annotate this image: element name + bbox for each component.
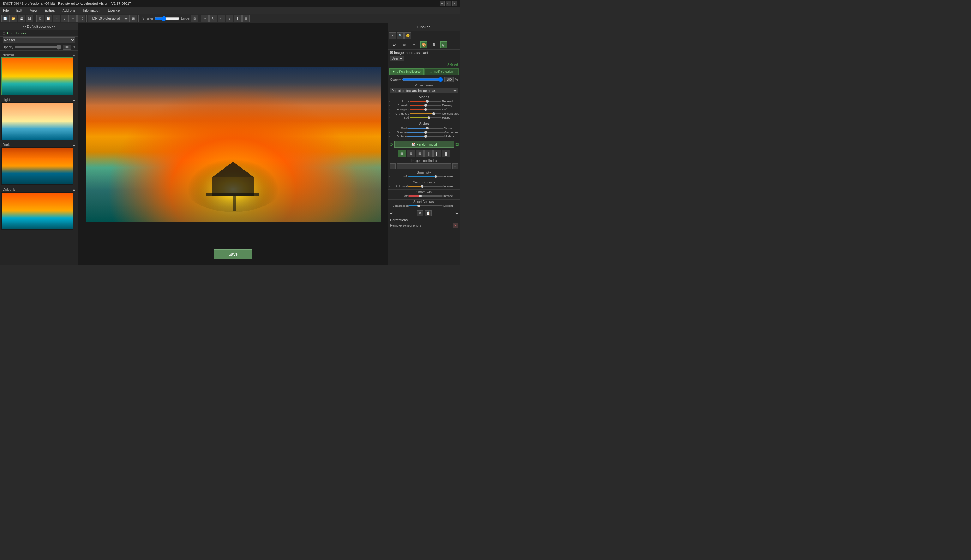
reset-button[interactable]: ↺ Reset bbox=[447, 63, 458, 66]
flip-v-button[interactable]: ↕ bbox=[226, 15, 234, 22]
mood-slider-ambiguous[interactable] bbox=[410, 112, 441, 115]
flip-h-button[interactable]: ↔ bbox=[218, 15, 225, 22]
smart-skin-thumb[interactable] bbox=[419, 195, 422, 197]
smart-sky-slider[interactable] bbox=[408, 175, 443, 178]
preset-dropdown[interactable]: HDR 10 professional bbox=[88, 15, 129, 22]
fullscreen-button[interactable]: ⛶ bbox=[77, 15, 85, 22]
menu-view[interactable]: View bbox=[28, 8, 40, 13]
mood-thumb-sad[interactable] bbox=[427, 117, 430, 119]
save-button[interactable]: Save bbox=[214, 249, 252, 259]
mood-slider-sad[interactable] bbox=[410, 117, 441, 119]
mood-thumb-ambiguous[interactable] bbox=[432, 112, 435, 115]
menu-licence[interactable]: Licence bbox=[106, 8, 122, 13]
style-arrow-vintage[interactable]: ‹ bbox=[389, 135, 392, 138]
nav-icon-2[interactable]: 📋 bbox=[425, 210, 432, 216]
nav-prev-prev-button[interactable]: « bbox=[390, 210, 392, 216]
minimize-button[interactable]: ─ bbox=[440, 1, 445, 6]
preset-colourful[interactable] bbox=[1, 192, 73, 230]
menu-file[interactable]: File bbox=[1, 8, 11, 13]
smart-con-thumb[interactable] bbox=[417, 205, 420, 207]
refresh-icon[interactable]: ↺ bbox=[389, 142, 393, 147]
info-button[interactable]: ℹ bbox=[234, 15, 242, 22]
filter-select[interactable]: No filter bbox=[3, 37, 75, 43]
copy-button[interactable]: ⧉ bbox=[36, 15, 44, 22]
ri-palette-button[interactable]: 🎨 bbox=[420, 42, 427, 48]
mood-thumb-energetic[interactable] bbox=[424, 108, 427, 111]
mood-slider-angry[interactable] bbox=[410, 100, 441, 103]
nav-icon-1[interactable]: ⧉ bbox=[417, 210, 424, 216]
maximize-button[interactable]: □ bbox=[446, 1, 451, 6]
crop-button[interactable]: ✂ bbox=[201, 15, 209, 22]
grid-button[interactable]: ⊞ bbox=[242, 15, 250, 22]
mood-arrow-energetic[interactable]: ‹ bbox=[389, 108, 392, 111]
mood-arrow-sad[interactable]: ‹ bbox=[389, 116, 392, 119]
new-button[interactable]: 📄 bbox=[1, 15, 9, 22]
preset-dark[interactable] bbox=[1, 147, 73, 185]
ri-settings-button[interactable]: ⚙ bbox=[391, 42, 398, 48]
mood-slider-dramatic[interactable] bbox=[410, 104, 441, 107]
export-button[interactable]: ↗ bbox=[53, 15, 60, 22]
zoom-fit-button[interactable]: ⊡ bbox=[191, 15, 198, 22]
smart-org-slider[interactable] bbox=[408, 185, 443, 188]
open-browser-label[interactable]: Open browser bbox=[7, 31, 29, 35]
close-button[interactable]: ✕ bbox=[452, 1, 457, 6]
preset-expand[interactable]: ⊞ bbox=[130, 15, 137, 22]
zoom-slider[interactable] bbox=[154, 17, 180, 20]
protect-button[interactable]: 🛡 Motif protection bbox=[424, 68, 459, 75]
preset-light[interactable] bbox=[1, 102, 73, 140]
imi-input[interactable] bbox=[397, 163, 451, 169]
mood-thumb-dramatic[interactable] bbox=[424, 104, 427, 107]
smart-con-arrow[interactable]: ‹ bbox=[389, 204, 392, 207]
rt-emoji-button[interactable]: 😊 bbox=[404, 32, 411, 39]
style-thumb-sombre[interactable] bbox=[424, 131, 427, 133]
film-button[interactable]: 🎞 bbox=[26, 15, 33, 22]
pi-btn-1[interactable]: ▦ bbox=[398, 150, 406, 157]
opacity-input-right[interactable] bbox=[444, 77, 454, 82]
smart-skin-arrow[interactable]: ‹ bbox=[389, 195, 392, 198]
mood-arrow-dramatic[interactable]: ‹ bbox=[389, 104, 392, 107]
ri-wand-button[interactable]: ✦ bbox=[410, 42, 417, 48]
style-thumb-cool[interactable] bbox=[426, 127, 429, 130]
pi-btn-2[interactable]: ⊞ bbox=[407, 150, 415, 157]
mood-slider-energetic[interactable] bbox=[410, 108, 441, 111]
style-slider-vintage[interactable] bbox=[407, 135, 444, 138]
paste-button[interactable]: 📋 bbox=[45, 15, 52, 22]
menu-extras[interactable]: Extras bbox=[43, 8, 57, 13]
ai-button[interactable]: ✦ Artificial intelligence bbox=[389, 68, 424, 75]
rotate-button[interactable]: ↻ bbox=[209, 15, 217, 22]
style-thumb-vintage[interactable] bbox=[424, 135, 427, 138]
pi-btn-4[interactable]: ▐ bbox=[424, 150, 433, 157]
user-select[interactable]: User bbox=[390, 55, 404, 61]
menu-edit[interactable]: Edit bbox=[15, 8, 24, 13]
menu-information[interactable]: Information bbox=[81, 8, 102, 13]
ri-share-button[interactable]: ⇅ bbox=[430, 42, 437, 48]
mood-arrow-ambiguous[interactable]: ‹ bbox=[389, 112, 392, 115]
nav-next-next-button[interactable]: » bbox=[455, 210, 458, 216]
random-shuffle-icon[interactable]: ⚄ bbox=[455, 142, 459, 147]
smart-org-thumb[interactable] bbox=[421, 185, 424, 188]
imi-plus-button[interactable]: + bbox=[452, 163, 458, 169]
pi-btn-5[interactable]: ▌ bbox=[433, 150, 441, 157]
smart-sky-thumb[interactable] bbox=[434, 175, 437, 178]
corrections-close-button[interactable]: ✕ bbox=[453, 223, 458, 228]
import-button[interactable]: ↙ bbox=[61, 15, 68, 22]
smart-con-slider[interactable] bbox=[408, 205, 443, 207]
mood-thumb-angry[interactable] bbox=[426, 100, 429, 103]
save-toolbar-button[interactable]: 💾 bbox=[18, 15, 25, 22]
style-slider-cool[interactable] bbox=[407, 127, 444, 130]
style-arrow-cool[interactable]: ‹ bbox=[389, 127, 392, 130]
ri-target-button[interactable]: ◎ bbox=[440, 42, 447, 48]
style-arrow-sombre[interactable]: ‹ bbox=[389, 131, 392, 134]
preset-neutral[interactable] bbox=[1, 57, 73, 95]
random-mood-button[interactable]: 🎲 Random mood bbox=[394, 141, 454, 148]
style-slider-sombre[interactable] bbox=[407, 131, 444, 133]
opacity-slider[interactable] bbox=[15, 45, 61, 48]
opacity-slider-right[interactable] bbox=[402, 78, 443, 81]
ri-mail-button[interactable]: ✉ bbox=[401, 42, 408, 48]
compare-button[interactable]: ⇔ bbox=[69, 15, 77, 22]
menu-addons[interactable]: Add-ons bbox=[61, 8, 77, 13]
pi-btn-6[interactable]: █ bbox=[442, 150, 450, 157]
opacity-value[interactable] bbox=[63, 45, 72, 50]
smart-skin-slider[interactable] bbox=[408, 195, 443, 197]
smart-sky-arrow[interactable]: ‹ bbox=[389, 175, 392, 178]
